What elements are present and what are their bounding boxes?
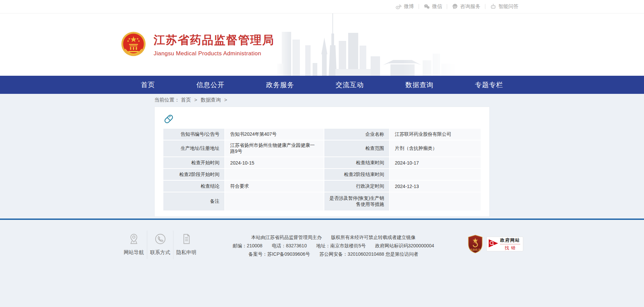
field-label-address: 生产地址/注册地址 bbox=[163, 140, 224, 157]
field-value-conclusion: 符合要求 bbox=[225, 181, 323, 192]
field-value-notice-number: 告知书2024年第407号 bbox=[225, 129, 323, 140]
table-row: 检查2阶段开始时间 检查2阶段结束时间 bbox=[163, 169, 481, 180]
nav-item-special-topics[interactable]: 专题专栏 bbox=[475, 80, 503, 89]
field-label-end-date: 检查结束时间 bbox=[324, 157, 389, 168]
nav-item-data-query[interactable]: 数据查询 bbox=[405, 80, 433, 89]
wechat-icon bbox=[424, 3, 430, 10]
footer-quicklinks: 网站导航 联系方式 bbox=[121, 231, 199, 259]
table-row: 生产地址/注册地址 江苏省扬州市扬州生物健康产业园健康一路9号 检查范围 片剂（… bbox=[163, 140, 481, 157]
contact-link[interactable]: 联系方式 bbox=[147, 231, 173, 259]
pill-capsule-icon bbox=[163, 113, 175, 125]
smart-qa-label: 智能问答 bbox=[498, 3, 519, 10]
field-label-decision-date: 行政决定时间 bbox=[324, 181, 389, 192]
site-title: 江苏省药品监督管理局 bbox=[154, 33, 274, 48]
field-label-phase2-start: 检查2阶段开始时间 bbox=[163, 169, 224, 180]
breadcrumb-section-link[interactable]: 数据查询 bbox=[201, 97, 221, 103]
nav-item-info-disclosure[interactable]: 信息公开 bbox=[197, 80, 225, 89]
inspection-detail-table: 告知书编号/公告号 告知书2024年第407号 企业名称 江苏联环药业股份有限公… bbox=[163, 128, 481, 211]
site-map-link[interactable]: 网站导航 bbox=[121, 231, 147, 259]
field-label-phase2-end: 检查2阶段结束时间 bbox=[324, 169, 389, 180]
top-utility-bar: 微博 微信 bbox=[0, 0, 644, 13]
site-subtitle: Jiangsu Medical Products Administration bbox=[154, 50, 274, 57]
breadcrumb: 当前位置： 首页 > 数据查询 > bbox=[154, 94, 490, 105]
field-label-start-date: 检查开始时间 bbox=[163, 157, 224, 168]
inspection-record-card: 告知书编号/公告号 告知书2024年第407号 企业名称 江苏联环药业股份有限公… bbox=[154, 107, 490, 217]
consult-service-link[interactable]: 咨询服务 bbox=[447, 3, 485, 10]
field-label-remarks: 备注 bbox=[163, 192, 224, 210]
privacy-label: 隐私申明 bbox=[173, 249, 199, 256]
magnifier-flag-icon bbox=[488, 238, 498, 250]
field-value-company-name: 江苏联环药业股份有限公司 bbox=[390, 129, 481, 140]
national-emblem-logo bbox=[121, 31, 146, 58]
field-value-suspension-measures bbox=[390, 192, 481, 210]
footer-badges: 党政机关 政府网站 找错 bbox=[468, 231, 523, 253]
badge-find-subtitle: 找错 bbox=[503, 245, 518, 251]
phone-icon bbox=[147, 233, 173, 245]
breadcrumb-separator: > bbox=[224, 97, 227, 103]
breadcrumb-home-link[interactable]: 首页 bbox=[181, 97, 191, 103]
field-value-inspection-scope: 片剂（含抗肿瘤类） bbox=[390, 140, 481, 157]
main-nav: 首页 信息公开 政务服务 交流互动 数据查询 专题专栏 bbox=[0, 76, 644, 94]
table-row: 备注 是否涉及暂停(恢复)生产销售使用等措施 bbox=[163, 192, 481, 210]
footer-line-icp: 备案号：苏ICP备09039606号 苏公网安备：32010602010488 … bbox=[209, 250, 458, 258]
brand[interactable]: 江苏省药品监督管理局 Jiangsu Medical Products Admi… bbox=[121, 31, 274, 58]
wechat-link[interactable]: 微信 bbox=[419, 3, 447, 10]
field-value-decision-date: 2024-12-13 bbox=[390, 181, 481, 192]
field-value-phase2-start bbox=[225, 169, 323, 180]
field-label-inspection-scope: 检查范围 bbox=[324, 140, 389, 157]
table-row: 检查开始时间 2024-10-15 检查结束时间 2024-10-17 bbox=[163, 157, 481, 168]
field-label-suspension-measures: 是否涉及暂停(恢复)生产销售使用等措施 bbox=[324, 192, 389, 210]
field-value-phase2-end bbox=[390, 169, 481, 180]
party-gov-shield-badge[interactable]: 党政机关 bbox=[468, 235, 483, 253]
field-label-notice-number: 告知书编号/公告号 bbox=[163, 129, 224, 140]
nav-item-interaction[interactable]: 交流互动 bbox=[336, 80, 364, 89]
consult-service-label: 咨询服务 bbox=[460, 3, 480, 10]
robot-icon bbox=[490, 3, 496, 10]
wechat-label: 微信 bbox=[432, 3, 442, 10]
field-value-end-date: 2024-10-17 bbox=[390, 157, 481, 168]
weibo-link[interactable]: 微博 bbox=[391, 3, 419, 10]
main-content: 当前位置： 首页 > 数据查询 > 告知书编号/公告号 告知书2024年第 bbox=[0, 94, 644, 219]
footer-line-contact: 邮编：210008 电话：83273610 地址：南京市鼓楼街5号 政府网站标识… bbox=[209, 242, 458, 250]
contact-label: 联系方式 bbox=[147, 249, 173, 256]
field-label-conclusion: 检查结论 bbox=[163, 181, 224, 192]
field-value-remarks bbox=[225, 192, 323, 210]
document-icon bbox=[173, 233, 199, 245]
privacy-link[interactable]: 隐私申明 bbox=[173, 231, 199, 259]
badge-find-title: 政府网站 bbox=[500, 237, 520, 244]
smart-qa-link[interactable]: 智能问答 bbox=[485, 3, 523, 10]
weibo-icon bbox=[395, 3, 402, 10]
breadcrumb-separator: > bbox=[194, 97, 197, 103]
svg-text:党政机关: 党政机关 bbox=[470, 248, 481, 251]
site-footer: 网站导航 联系方式 bbox=[0, 220, 644, 306]
table-row: 检查结论 符合要求 行政决定时间 2024-12-13 bbox=[163, 181, 481, 192]
field-value-start-date: 2024-10-15 bbox=[225, 157, 323, 168]
location-pin-icon bbox=[121, 233, 147, 245]
site-header: 江苏省药品监督管理局 Jiangsu Medical Products Admi… bbox=[0, 13, 644, 76]
field-label-company-name: 企业名称 bbox=[324, 129, 389, 140]
nav-item-home[interactable]: 首页 bbox=[141, 80, 155, 89]
field-value-address: 江苏省扬州市扬州生物健康产业园健康一路9号 bbox=[225, 140, 323, 157]
breadcrumb-label: 当前位置： bbox=[154, 97, 179, 103]
footer-line-host: 本站由江苏省药品监督管理局主办 版权所有未经许可禁止转载或者建立镜像 bbox=[209, 233, 458, 242]
table-row: 告知书编号/公告号 告知书2024年第407号 企业名称 江苏联环药业股份有限公… bbox=[163, 129, 481, 140]
footer-info: 本站由江苏省药品监督管理局主办 版权所有未经许可禁止转载或者建立镜像 邮编：21… bbox=[209, 231, 458, 258]
weibo-label: 微博 bbox=[404, 3, 414, 10]
site-map-label: 网站导航 bbox=[121, 249, 147, 256]
chat-bubble-icon bbox=[452, 3, 458, 10]
gov-site-error-report-badge[interactable]: 政府网站 找错 bbox=[486, 237, 523, 251]
nav-item-gov-services[interactable]: 政务服务 bbox=[266, 80, 294, 89]
